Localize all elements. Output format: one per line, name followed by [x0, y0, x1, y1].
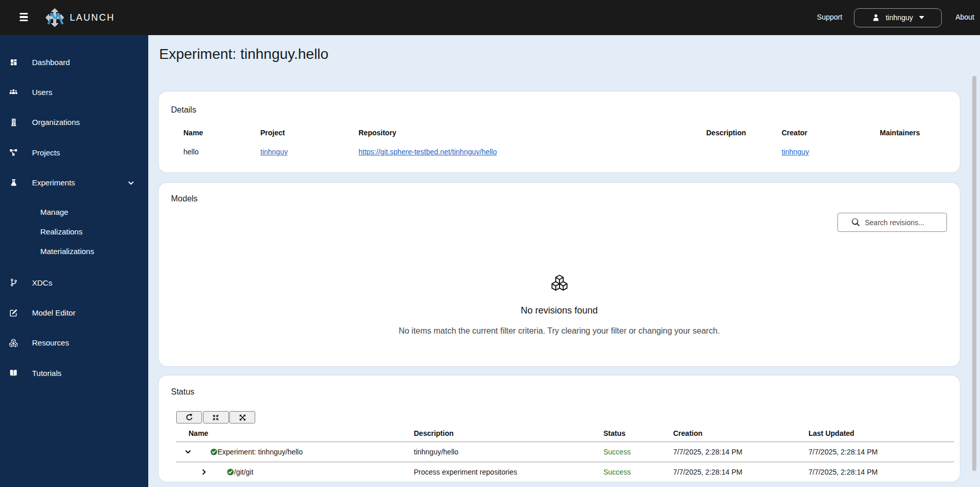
status-col-description: Description — [406, 425, 595, 442]
status-row-git: /git/git Process experiment repositories… — [176, 462, 954, 482]
status-row-creation: 7/7/2025, 2:28:14 PM — [665, 442, 800, 462]
details-col-project: Project — [252, 124, 350, 141]
search-box — [837, 213, 947, 232]
chevron-down-icon[interactable] — [184, 448, 192, 455]
boxes-icon — [550, 275, 569, 291]
collapse-button[interactable] — [203, 411, 229, 423]
status-row-description: Process experiment repositories — [406, 462, 595, 482]
brand[interactable]: LAUNCH — [45, 8, 115, 27]
topbar: LAUNCH Support tinhnguy About — [0, 0, 980, 35]
sidebar-item-model-editor[interactable]: Model Editor — [0, 297, 148, 327]
projects-icon — [9, 148, 18, 156]
refresh-icon — [185, 414, 193, 421]
status-col-last-updated: Last Updated — [800, 425, 954, 442]
status-badge: Success — [603, 468, 631, 476]
details-repository-link[interactable]: https://git.sphere-testbed.net/tinhnguy/… — [359, 148, 497, 156]
details-col-creator: Creator — [773, 124, 872, 141]
sidebar-item-resources[interactable]: Resources — [0, 328, 148, 358]
models-heading: Models — [171, 193, 947, 205]
details-maintainers — [872, 141, 954, 161]
sidebar-item-manage[interactable]: Manage — [0, 202, 148, 222]
status-table: Name Description Status Creation Last Up… — [176, 425, 954, 482]
check-circle-icon — [227, 468, 234, 476]
page-title: Experiment: tinhnguy.hello — [159, 47, 329, 61]
status-row-last-updated: 7/7/2025, 2:28:14 PM — [800, 442, 954, 462]
details-table: Name Project Repository Description Crea… — [176, 124, 954, 161]
status-badge: Success — [603, 448, 631, 456]
tutorials-icon — [9, 369, 18, 377]
details-col-repository: Repository — [350, 124, 698, 141]
person-icon — [872, 13, 880, 22]
sidebar: Dashboard Users Organizations Projects E… — [0, 35, 148, 487]
status-heading: Status — [171, 386, 947, 398]
sidebar-item-xdcs[interactable]: XDCs — [0, 268, 148, 297]
refresh-button[interactable] — [176, 411, 202, 423]
details-card: Details Name Project Repository Descript… — [159, 91, 960, 172]
status-col-creation: Creation — [665, 425, 800, 442]
details-project-link[interactable]: tinhnguy — [260, 148, 288, 156]
menu-icon[interactable] — [20, 13, 28, 21]
details-name: hello — [176, 141, 252, 161]
expand-button[interactable] — [229, 411, 255, 423]
sidebar-item-materializations[interactable]: Materializations — [0, 242, 148, 261]
details-creator-link[interactable]: tinhnguy — [782, 148, 809, 156]
details-description — [698, 141, 773, 161]
organizations-icon — [9, 118, 18, 127]
check-circle-icon — [210, 448, 217, 455]
details-col-maintainers: Maintainers — [872, 124, 954, 141]
sidebar-item-experiments[interactable]: Experiments — [0, 168, 148, 198]
sidebar-item-organizations[interactable]: Organizations — [0, 107, 148, 137]
model-editor-icon — [9, 309, 18, 317]
details-col-name: Name — [176, 124, 252, 141]
experiments-submenu: Manage Realizations Materializations — [0, 198, 148, 268]
status-row-name: Experiment: tinhnguy/hello — [217, 448, 303, 456]
brand-text: LAUNCH — [70, 12, 115, 23]
empty-state-title: No revisions found — [521, 304, 598, 318]
status-row-description: tinhnguy/hello — [406, 442, 595, 462]
status-col-status: Status — [595, 425, 665, 442]
status-col-name: Name — [176, 425, 406, 442]
caret-down-icon — [919, 16, 924, 19]
user-name: tinhnguy — [885, 13, 913, 22]
dashboard-icon — [9, 58, 18, 66]
chevron-up-icon — [127, 179, 135, 186]
models-card: Models No revisions found No items match… — [159, 183, 960, 366]
expand-icon — [239, 414, 246, 421]
resources-icon — [9, 339, 18, 347]
search-icon — [852, 218, 860, 226]
xdcs-icon — [9, 278, 18, 287]
empty-state-message: No items match the current filter criter… — [399, 325, 720, 337]
sidebar-item-projects[interactable]: Projects — [0, 137, 148, 167]
users-icon — [9, 88, 18, 97]
chevron-right-icon[interactable] — [200, 468, 208, 476]
scrollbar-thumb[interactable] — [972, 76, 976, 471]
status-row-name: /git/git — [234, 468, 253, 476]
models-empty-state: No revisions found No items match the cu… — [159, 275, 960, 337]
sidebar-item-users[interactable]: Users — [0, 77, 148, 107]
status-row-creation: 7/7/2025, 2:28:14 PM — [665, 462, 800, 482]
status-row-last-updated: 7/7/2025, 2:28:14 PM — [800, 462, 954, 482]
status-row-experiment: Experiment: tinhnguy/hello tinhnguy/hell… — [176, 442, 954, 462]
search-input[interactable] — [865, 218, 942, 227]
support-link[interactable]: Support — [817, 13, 842, 21]
status-card: Status Name Description Status Creation … — [159, 375, 960, 482]
collapse-icon — [212, 414, 220, 421]
launch-logo-icon — [45, 8, 65, 27]
status-toolbar — [176, 411, 947, 423]
about-link[interactable]: About — [955, 13, 974, 21]
details-col-description: Description — [698, 124, 773, 141]
sidebar-item-realizations[interactable]: Realizations — [0, 222, 148, 242]
main-content: Experiment: tinhnguy.hello Details Name … — [148, 35, 980, 487]
details-row: hello tinhnguy https://git.sphere-testbe… — [176, 141, 954, 161]
user-menu-button[interactable]: tinhnguy — [854, 8, 942, 27]
sidebar-item-dashboard[interactable]: Dashboard — [0, 47, 148, 77]
details-heading: Details — [171, 104, 947, 116]
experiments-icon — [9, 179, 18, 187]
sidebar-item-tutorials[interactable]: Tutorials — [0, 358, 148, 388]
